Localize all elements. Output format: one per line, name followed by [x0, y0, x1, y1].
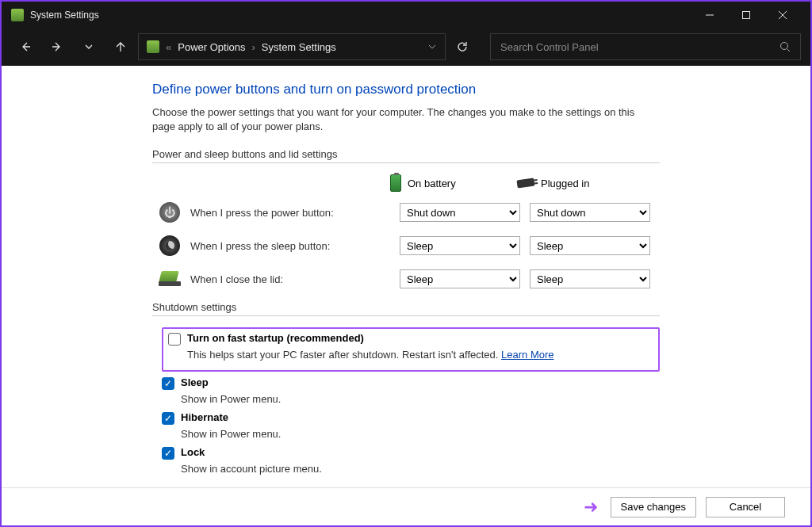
search-box[interactable]: [490, 33, 801, 60]
sleep-option-label: Sleep: [181, 376, 209, 388]
search-icon: [779, 41, 791, 52]
sleep-button-battery-select[interactable]: Sleep: [400, 236, 520, 255]
sleep-button-plugged-select[interactable]: Sleep: [530, 236, 650, 255]
chevron-right-icon: ›: [252, 41, 255, 53]
fast-startup-label: Turn on fast startup (recommended): [187, 332, 364, 344]
row-power-button: ⏻ When I press the power button: Shut do…: [152, 201, 660, 223]
breadcrumb-power-options[interactable]: Power Options: [178, 41, 245, 53]
chevron-down-icon[interactable]: [427, 42, 437, 52]
power-button-battery-select[interactable]: Shut down: [400, 203, 520, 222]
refresh-button[interactable]: [449, 33, 476, 60]
row-close-lid: When I close the lid: Sleep Sleep: [152, 268, 660, 290]
chevron-icon: «: [166, 41, 171, 53]
content-scroll[interactable]: Define power buttons and turn on passwor…: [2, 66, 810, 487]
cancel-button[interactable]: Cancel: [706, 497, 785, 517]
annotation-arrow-icon: ➜: [584, 497, 598, 517]
save-changes-button[interactable]: Save changes: [611, 497, 696, 517]
address-bar[interactable]: « Power Options › System Settings: [138, 33, 446, 60]
battery-icon: [390, 174, 401, 192]
row-sleep-button: When I press the sleep button: Sleep Sle…: [152, 235, 660, 257]
footer-bar: ➜ Save changes Cancel: [2, 487, 810, 525]
fast-startup-checkbox[interactable]: [168, 333, 181, 346]
search-input[interactable]: [500, 41, 779, 53]
nav-bar: « Power Options › System Settings: [2, 28, 810, 66]
close-lid-battery-select[interactable]: Sleep: [400, 269, 520, 288]
column-on-battery: On battery: [390, 174, 517, 192]
title-bar: System Settings: [2, 2, 810, 28]
lid-icon: [159, 272, 181, 286]
sleep-checkbox[interactable]: ✓: [162, 377, 174, 390]
page-description: Choose the power settings that you want …: [152, 105, 660, 134]
hibernate-option-label: Hibernate: [181, 411, 228, 423]
power-button-icon: ⏻: [159, 202, 180, 223]
hibernate-option-desc: Show in Power menu.: [181, 428, 660, 440]
fast-startup-desc: This helps start your PC faster after sh…: [187, 349, 653, 361]
forward-button[interactable]: [43, 32, 71, 61]
back-button[interactable]: [11, 32, 40, 61]
plug-icon: [516, 178, 534, 189]
svg-line-5: [787, 49, 790, 52]
section-power-sleep: Power and sleep buttons and lid settings: [152, 148, 660, 163]
sleep-button-label: When I press the sleep button:: [190, 240, 400, 252]
close-lid-label: When I close the lid:: [190, 273, 400, 285]
learn-more-link[interactable]: Learn More: [501, 349, 553, 361]
up-button[interactable]: [106, 32, 135, 61]
close-button[interactable]: [764, 2, 801, 28]
power-button-plugged-select[interactable]: Shut down: [530, 203, 650, 222]
recent-dropdown[interactable]: [75, 32, 103, 61]
power-button-label: When I press the power button:: [190, 207, 400, 219]
page-heading: Define power buttons and turn on passwor…: [152, 82, 660, 97]
hibernate-checkbox[interactable]: ✓: [162, 412, 174, 425]
highlight-fast-startup: Turn on fast startup (recommended) This …: [162, 327, 660, 372]
lock-option-label: Lock: [181, 446, 205, 458]
app-icon: [11, 9, 24, 21]
control-panel-icon: [147, 40, 159, 53]
column-plugged-in: Plugged in: [517, 174, 644, 192]
window-title: System Settings: [30, 10, 99, 21]
minimize-button[interactable]: [691, 2, 728, 28]
lock-option-desc: Show in account picture menu.: [181, 463, 660, 475]
section-shutdown: Shutdown settings: [152, 301, 660, 316]
maximize-button[interactable]: [728, 2, 764, 28]
breadcrumb-system-settings[interactable]: System Settings: [262, 41, 336, 53]
sleep-option-desc: Show in Power menu.: [181, 393, 660, 405]
svg-point-4: [781, 43, 788, 50]
lock-checkbox[interactable]: ✓: [162, 447, 174, 460]
close-lid-plugged-select[interactable]: Sleep: [530, 269, 650, 288]
svg-rect-1: [743, 11, 750, 18]
sleep-button-icon: [159, 235, 180, 256]
